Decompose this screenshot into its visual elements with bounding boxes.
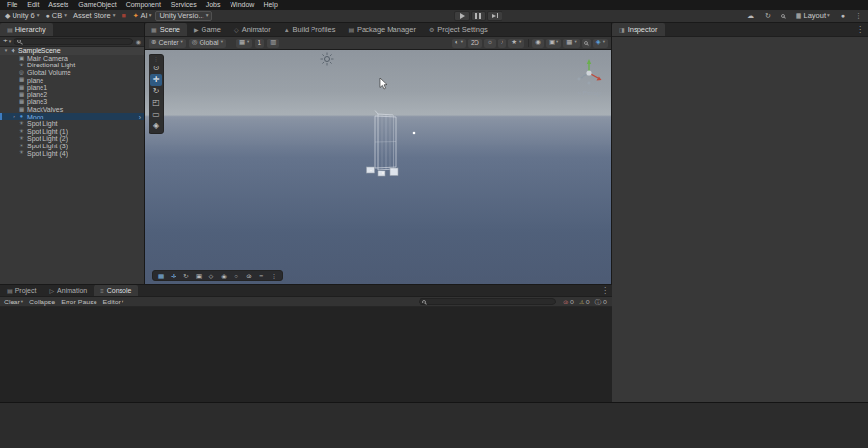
tab-project[interactable]: ▤Project bbox=[0, 285, 42, 296]
rotate-tool-button[interactable]: ↻ bbox=[150, 86, 162, 97]
transform-tool-button[interactable]: ◈ bbox=[150, 120, 162, 132]
step-button[interactable] bbox=[487, 11, 502, 21]
menu-item-window[interactable]: Window bbox=[226, 0, 259, 10]
menu-item-help[interactable]: Help bbox=[258, 0, 282, 10]
collapse-button[interactable]: Collapse bbox=[29, 299, 55, 305]
hierarchy-item-plane1[interactable]: ▦plane1 bbox=[0, 84, 144, 92]
menu-item-services[interactable]: Services bbox=[166, 0, 202, 10]
panel-overflow-icon[interactable]: ⋮ bbox=[597, 286, 612, 295]
2d-toggle-button[interactable]: 2D bbox=[468, 39, 482, 48]
camera-settings-dropdown[interactable]: ▣▾ bbox=[546, 39, 561, 48]
hierarchy-item-spot-light-2[interactable]: ☀Spot Light (2) bbox=[0, 135, 144, 143]
hierarchy-item-spot-light[interactable]: ☀Spot Light bbox=[0, 120, 144, 128]
tab-inspector[interactable]: ◨ Inspector bbox=[612, 23, 665, 36]
tab-game[interactable]: ▶Game bbox=[187, 23, 228, 36]
foldout-arrow-icon[interactable]: ▼ bbox=[2, 49, 10, 54]
tab-package-manager[interactable]: ▤Package Manager bbox=[341, 23, 422, 36]
editor-dropdown[interactable]: Editor ▾ bbox=[103, 299, 124, 305]
tab-project-settings[interactable]: ⚙Project Settings bbox=[422, 23, 495, 36]
hierarchy-item-main-camera[interactable]: ▣Main Camera bbox=[0, 55, 144, 63]
hierarchy-search-input[interactable] bbox=[23, 39, 129, 45]
console-search-input[interactable] bbox=[428, 299, 552, 305]
hierarchy-item-mackvalves[interactable]: ▦MackValves bbox=[0, 106, 144, 114]
hierarchy-item-directional-light[interactable]: ☀Directional Light bbox=[0, 62, 144, 69]
grid-settings-dropdown[interactable]: ▦▾ bbox=[563, 39, 579, 48]
hierarchy-item-spot-light-3[interactable]: ☀Spot Light (3) bbox=[0, 143, 144, 150]
wireframe-button[interactable]: ◇ bbox=[205, 271, 217, 280]
tab-animation[interactable]: ▷Animation bbox=[42, 285, 94, 296]
tool-handle-rotation-dropdown[interactable]: ◎Global▾ bbox=[189, 39, 226, 48]
tab-animator[interactable]: ◇Animator bbox=[228, 23, 278, 36]
account-avatar-button[interactable]: ● bbox=[838, 11, 848, 21]
scene-orientation-gizmo[interactable] bbox=[573, 56, 606, 89]
account-cb-button[interactable]: ●CB▾ bbox=[43, 11, 69, 21]
add-gameobject-button[interactable]: + ▾ bbox=[3, 38, 11, 45]
search-button[interactable] bbox=[778, 11, 788, 21]
menu-item-edit[interactable]: Edit bbox=[22, 0, 43, 10]
menu-item-file[interactable]: File bbox=[2, 0, 22, 10]
tool-handle-pivot-dropdown[interactable]: ⊕Center▾ bbox=[149, 39, 186, 48]
gizmos-dropdown[interactable]: ◈▾ bbox=[593, 39, 608, 48]
unity-version-button[interactable]: ◆Unity 6▾ bbox=[2, 11, 42, 21]
menu-item-jobs[interactable]: Jobs bbox=[202, 0, 226, 10]
ai-button[interactable]: ✦AI▾ bbox=[130, 11, 155, 21]
warning-badge[interactable]: ⚠0 bbox=[579, 299, 590, 305]
clear-button[interactable]: Clear ▾ bbox=[4, 299, 23, 305]
overflow-menu-button[interactable]: ⋮ bbox=[853, 11, 865, 21]
menu-item-assets[interactable]: Assets bbox=[43, 0, 73, 10]
error-badge[interactable]: ⊘0 bbox=[563, 299, 574, 305]
hierarchy-item-samplescene[interactable]: ▼◆SampleScene bbox=[0, 47, 144, 55]
hierarchy-item-plane[interactable]: ▦plane bbox=[0, 76, 144, 84]
hidden-objects-toggle[interactable]: ◉ bbox=[532, 39, 544, 48]
scene-object-tower[interactable] bbox=[366, 110, 422, 185]
orbit-button[interactable]: ↻ bbox=[180, 271, 192, 280]
rect-tool-button[interactable]: ▭ bbox=[150, 109, 162, 120]
hierarchy-item-global-volume[interactable]: ◎Global Volume bbox=[0, 69, 144, 77]
layout-dropdown[interactable]: ▦Layout▾ bbox=[793, 11, 833, 21]
grid-toggle-button[interactable]: ▦ bbox=[155, 271, 167, 280]
scale-tool-button[interactable]: ◰ bbox=[150, 97, 162, 109]
asset-store-button[interactable]: Asset Store▾ bbox=[70, 11, 119, 21]
view-tool-button[interactable]: ⊙ bbox=[150, 63, 162, 74]
play-button[interactable] bbox=[454, 11, 470, 21]
menu-item-gameobject[interactable]: GameObject bbox=[73, 0, 121, 10]
open-prefab-chevron[interactable]: › bbox=[139, 114, 141, 120]
overlay-list-button[interactable]: ≡ bbox=[256, 271, 267, 280]
menu-item-component[interactable]: Component bbox=[122, 0, 166, 10]
hierarchy-item-spot-light-4[interactable]: ☀Spot Light (4) bbox=[0, 149, 144, 157]
snap-increment-value[interactable]: 1 bbox=[255, 39, 264, 48]
snap-settings-button[interactable]: ▥ bbox=[267, 39, 279, 48]
scene-viewport[interactable]: ⋮⊙✛↻◰▭◈ bbox=[145, 50, 611, 284]
zoom-button[interactable]: ○ bbox=[231, 271, 242, 280]
unity-version-dropdown[interactable]: Unity Versio...▾ bbox=[155, 11, 212, 21]
tab-console[interactable]: ≡Console bbox=[94, 285, 138, 296]
tab-hierarchy[interactable]: ▤ Hierarchy bbox=[0, 23, 53, 36]
overlay-more-button[interactable]: ⋮ bbox=[268, 271, 280, 280]
scene-visibility-icon[interactable]: ◉ bbox=[136, 39, 141, 45]
audio-toggle-button[interactable]: ♪ bbox=[498, 39, 506, 48]
frame-selected-button[interactable]: ▣ bbox=[193, 271, 204, 280]
hierarchy-item-plane3[interactable]: ▦plane3 bbox=[0, 98, 144, 106]
hierarchy-search[interactable] bbox=[14, 38, 133, 45]
console-log-area[interactable] bbox=[0, 307, 612, 402]
console-search[interactable] bbox=[419, 298, 556, 305]
inspector-overflow-icon[interactable]: ⋮ bbox=[853, 25, 868, 34]
info-badge[interactable]: ⓘ0 bbox=[595, 299, 607, 305]
cloud-button[interactable]: ☁ bbox=[745, 11, 757, 21]
move-snap-button[interactable]: ✛ bbox=[168, 271, 179, 280]
hierarchy-item-moon[interactable]: ▸●Moon› bbox=[0, 113, 144, 120]
hierarchy-item-plane2[interactable]: ▦plane2 bbox=[0, 92, 144, 99]
grid-visibility-dropdown[interactable]: ▦▾ bbox=[236, 39, 252, 48]
sync-button[interactable]: ↻ bbox=[762, 11, 773, 21]
directional-light-gizmo-icon[interactable] bbox=[320, 52, 334, 66]
tab-scene[interactable]: ▦Scene bbox=[145, 23, 187, 36]
persp-label[interactable]: < Persp bbox=[565, 90, 611, 96]
camera-overlay-button[interactable]: ◉ bbox=[218, 271, 230, 280]
effects-dropdown[interactable]: ★▾ bbox=[508, 39, 524, 48]
lighting-toggle-button[interactable]: ☼ bbox=[484, 39, 496, 48]
hierarchy-item-spot-light-1[interactable]: ☀Spot Light (1) bbox=[0, 128, 144, 136]
foldout-arrow-icon[interactable]: ▸ bbox=[11, 115, 18, 119]
scene-search-button[interactable] bbox=[582, 39, 591, 48]
error-pause-button[interactable]: Error Pause bbox=[61, 299, 96, 305]
mute-overlay-button[interactable]: ⊘ bbox=[243, 271, 255, 280]
